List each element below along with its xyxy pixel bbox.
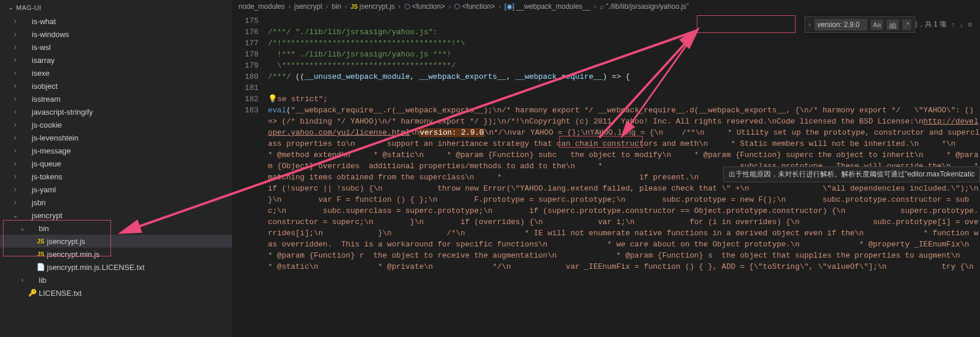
chevron-right-icon: ›	[11, 185, 20, 193]
folder-item[interactable]: ⌄jsencrypt	[0, 209, 232, 222]
folder-item[interactable]: ›lib	[0, 273, 232, 286]
editor-area: node_modules›jsencrypt›bin›JS jsencrypt.…	[233, 0, 980, 337]
js-file-icon: JS	[351, 4, 360, 10]
chevron-right-icon: ›	[11, 56, 20, 64]
chevron-right-icon: ›	[345, 2, 347, 11]
tree-item-label: js-queue	[32, 159, 61, 168]
lightbulb-icon[interactable]: 💡	[268, 95, 277, 104]
file-item[interactable]: 📄jsencrypt.min.js.LICENSE.txt	[0, 261, 232, 273]
breadcrumb-segment[interactable]: bin	[332, 2, 341, 11]
file-item[interactable]: 🔑LICENSE.txt	[0, 286, 232, 299]
chevron-right-icon: ›	[11, 30, 20, 38]
chevron-right-icon: ›	[326, 2, 328, 11]
folder-item[interactable]: ›isstream	[0, 92, 232, 105]
chevron-right-icon: ›	[11, 121, 20, 129]
chevron-right-icon: ›	[11, 82, 20, 90]
whole-word-button[interactable]: ab	[887, 19, 898, 30]
line-gutter: 175176177178179180181182183	[233, 13, 268, 337]
chevron-down-icon: ⌄	[11, 211, 20, 219]
search-input[interactable]	[814, 19, 867, 31]
chevron-right-icon: ›	[499, 2, 501, 11]
string-icon: ⌕	[600, 2, 606, 11]
chevron-right-icon: ›	[11, 146, 20, 155]
folder-item[interactable]: ›javascript-stringify	[0, 105, 232, 118]
tree-item-label: jsencrypt.js	[47, 237, 85, 246]
tree-item-label: javascript-stringify	[32, 108, 93, 116]
chevron-down-icon: ⌄	[18, 224, 27, 232]
file-tree[interactable]: ›is-what›is-windows›is-wsl›isarray›isexe…	[0, 15, 232, 299]
variable-icon: [◉]	[505, 2, 516, 11]
match-case-button[interactable]: Aa	[871, 19, 883, 30]
breadcrumb-segment[interactable]: ⌕ "./lib/lib/jsrsasign/yahoo.js"	[600, 2, 689, 11]
tree-item-label: jsencrypt.min.js.LICENSE.txt	[47, 263, 145, 272]
tree-item-label: is-wsl	[32, 43, 51, 52]
tree-item-label: js-message	[32, 146, 71, 155]
tree-item-label: isarray	[32, 56, 55, 65]
folder-item[interactable]: ›js-levenshtein	[0, 131, 232, 144]
tree-item-label: is-what	[32, 17, 56, 26]
tree-item-label: jsencrypt.min.js	[47, 250, 100, 259]
tree-item-label: LICENSE.txt	[39, 289, 82, 298]
folder-item[interactable]: ›isarray	[0, 54, 232, 66]
tree-item-label: js-tokens	[32, 172, 62, 181]
chevron-right-icon: ›	[594, 2, 596, 11]
tree-item-label: bin	[39, 224, 49, 233]
js-file-icon: JS	[35, 251, 46, 258]
chevron-right-icon: ›	[11, 108, 20, 116]
project-title: MAG-UI	[16, 4, 42, 11]
chevron-right-icon: ›	[11, 172, 20, 181]
explorer-header[interactable]: ⌄ MAG-UI	[0, 0, 232, 15]
tree-item-label: is-windows	[32, 30, 69, 39]
js-file-icon: JS	[35, 238, 46, 245]
perf-tooltip: 出于性能原因，未对长行进行解析。解析长度阈值可通过"editor.maxToke…	[723, 166, 980, 182]
breadcrumb[interactable]: node_modules›jsencrypt›bin›JS jsencrypt.…	[233, 0, 980, 13]
tree-item-label: isstream	[32, 95, 61, 104]
license-file-icon: 🔑	[27, 289, 38, 297]
file-explorer[interactable]: ⌄ MAG-UI ›is-what›is-windows›is-wsl›isar…	[0, 0, 233, 337]
folder-item[interactable]: ⌄bin	[0, 222, 232, 235]
tree-item-label: lib	[39, 276, 46, 285]
chevron-down-icon: ⌄	[8, 4, 14, 11]
file-item[interactable]: JSjsencrypt.min.js	[0, 248, 232, 261]
chevron-right-icon: ›	[11, 69, 20, 77]
tree-item-label: jsbn	[32, 198, 46, 207]
chevron-right-icon: ›	[398, 2, 401, 11]
tree-item-label: js-levenshtein	[32, 134, 79, 142]
chevron-right-icon: ›	[11, 17, 20, 25]
find-widget[interactable]: › Aa ab .*	[804, 16, 915, 33]
file-item[interactable]: JSjsencrypt.js	[0, 235, 232, 248]
breadcrumb-segment[interactable]: ⬡ <function>	[404, 2, 445, 11]
folder-item[interactable]: ›is-what	[0, 15, 232, 28]
folder-item[interactable]: ›isexe	[0, 66, 232, 79]
text-file-icon: 📄	[35, 263, 46, 271]
breadcrumb-segment[interactable]: node_modules	[239, 2, 285, 11]
chevron-right-icon: ›	[11, 43, 20, 51]
folder-item[interactable]: ›js-tokens	[0, 170, 232, 183]
breadcrumb-segment[interactable]: JS jsencrypt.js	[351, 2, 395, 11]
tree-item-label: jsencrypt	[32, 211, 62, 220]
chevron-right-icon: ›	[11, 95, 20, 103]
breadcrumb-segment[interactable]: [◉] __webpack_modules__	[505, 2, 590, 11]
folder-item[interactable]: ›js-cookie	[0, 118, 232, 131]
breadcrumb-segment[interactable]: ⬡ <function>	[454, 2, 495, 11]
chevron-right-icon[interactable]: ›	[808, 21, 811, 29]
folder-item[interactable]: ›js-queue	[0, 157, 232, 170]
folder-item[interactable]: ›js-yaml	[0, 183, 232, 196]
regex-button[interactable]: .*	[902, 19, 911, 30]
chevron-right-icon: ›	[11, 159, 20, 168]
breadcrumb-segment[interactable]: jsencrypt	[294, 2, 323, 11]
folder-item[interactable]: ›isobject	[0, 79, 232, 92]
folder-item[interactable]: ›jsbn	[0, 196, 232, 209]
chevron-right-icon: ›	[11, 198, 20, 206]
function-icon: ⬡	[404, 2, 412, 11]
folder-item[interactable]: ›is-wsl	[0, 41, 232, 54]
chevron-right-icon: ›	[18, 276, 27, 284]
chevron-right-icon: ›	[448, 2, 451, 11]
tree-item-label: isexe	[32, 69, 49, 78]
folder-item[interactable]: ›is-windows	[0, 28, 232, 41]
tree-item-label: js-cookie	[32, 121, 62, 129]
function-icon: ⬡	[454, 2, 462, 11]
search-match: version: 2.9.0	[419, 128, 484, 137]
tree-item-label: js-yaml	[32, 185, 56, 194]
folder-item[interactable]: ›js-message	[0, 144, 232, 157]
